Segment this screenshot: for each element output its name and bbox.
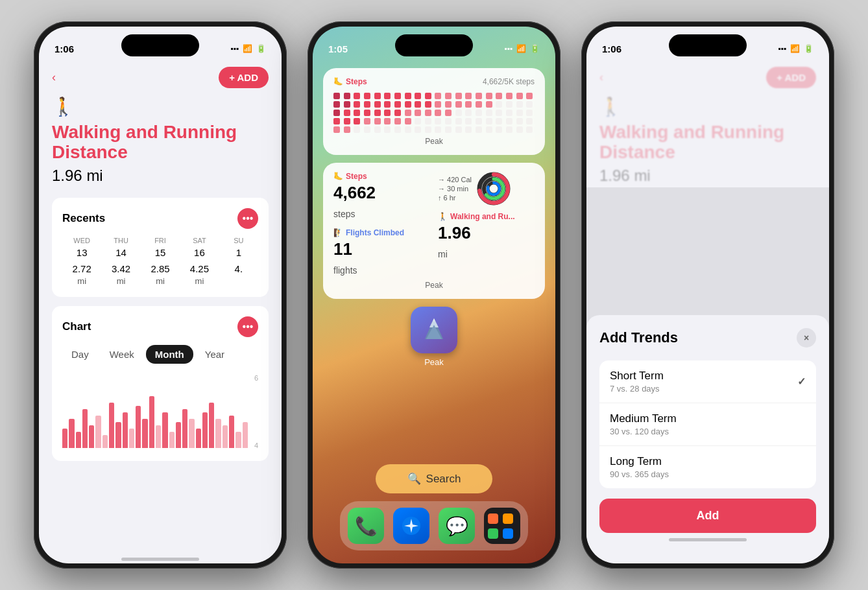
dot	[394, 126, 401, 133]
battery-icon-3: 🔋	[804, 44, 814, 53]
dot	[344, 110, 350, 116]
dot	[465, 93, 472, 99]
dot	[496, 101, 502, 108]
status-icons-3: ▪▪▪ 📶 🔋	[778, 44, 814, 53]
dot	[496, 93, 502, 99]
dot	[455, 93, 462, 99]
split-left: 🦶 Steps 4,662 steps 🧗	[333, 172, 430, 277]
modal-close-button[interactable]: ×	[797, 328, 816, 348]
medium-term-option: Medium Term 30 vs. 120 days	[610, 412, 677, 436]
health-nav-1: ‹ + ADD	[39, 62, 282, 96]
dot	[415, 118, 421, 124]
dot	[455, 110, 462, 116]
apps-icon[interactable]	[484, 508, 520, 544]
bar-17	[176, 422, 181, 448]
dynamic-island-3	[669, 34, 747, 56]
tab-month[interactable]: Month	[146, 345, 193, 364]
recents-dist-3: 4.25mi	[180, 263, 219, 287]
search-pill[interactable]: 🔍 Search	[376, 464, 492, 493]
split-steps-icon: 🦶	[333, 172, 343, 181]
bar-chart	[62, 373, 258, 451]
modal-option-medium[interactable]: Medium Term 30 vs. 120 days	[599, 403, 816, 446]
dot	[344, 101, 350, 108]
add-trends-modal: Add Trends × Short Term 7 vs. 28 days ✓	[586, 315, 829, 563]
dot	[405, 110, 411, 116]
health-value-1: 1.96 mi	[52, 167, 269, 185]
dot	[374, 93, 381, 99]
dot	[435, 110, 441, 116]
modal-option-long[interactable]: Long Term 90 vs. 365 days	[599, 446, 816, 488]
add-button-3[interactable]: + ADD	[766, 67, 816, 88]
recents-day-2: FRI	[141, 237, 180, 244]
split-flights-icon: 🧗	[333, 228, 343, 237]
app-grid-1	[488, 513, 498, 524]
bar-19	[189, 419, 194, 448]
tab-week[interactable]: Week	[101, 345, 143, 364]
dot	[435, 126, 441, 133]
modal-option-short[interactable]: Short Term 7 vs. 28 days ✓	[599, 360, 816, 403]
walking-value: 1.96 mi	[438, 224, 535, 261]
recents-date-1: 14	[101, 247, 140, 258]
bar-9	[123, 412, 128, 448]
chart-tabs: Day Week Month Year	[62, 345, 258, 364]
lock-status-time: 1:05	[328, 43, 348, 54]
dock: 📞 💬	[340, 501, 528, 550]
split-flights-label: 🧗 Flights Climbed	[333, 228, 430, 237]
split-widget: 🦶 Steps 4,662 steps 🧗	[323, 163, 545, 299]
messages-app-icon[interactable]: 💬	[439, 508, 475, 544]
steps-widget: 🦶 Steps 4,662/5K steps	[323, 68, 545, 155]
dot	[445, 101, 452, 108]
safari-app-icon[interactable]	[393, 508, 429, 544]
dot	[384, 101, 391, 108]
bar-8	[115, 422, 121, 448]
split-right: → 420 Cal → 30 min ↑ 6 hr	[438, 172, 535, 277]
dot	[384, 110, 391, 116]
modal-add-button[interactable]: Add	[599, 499, 816, 533]
phone-app-icon[interactable]: 📞	[348, 508, 384, 544]
tab-day[interactable]: Day	[62, 345, 98, 364]
dot	[435, 101, 441, 108]
modal-title: Add Trends	[599, 329, 678, 346]
dot	[394, 101, 401, 108]
recents-more-button[interactable]: •••	[237, 208, 258, 229]
dot	[445, 93, 452, 99]
dot	[465, 110, 472, 116]
recents-col-2: FRI 15 2.85mi	[141, 237, 180, 287]
peak-app-label: Peak	[424, 357, 444, 367]
split-widget-label: Peak	[333, 281, 535, 290]
recents-day-1: THU	[101, 237, 140, 244]
dot	[526, 101, 533, 108]
dot	[486, 101, 492, 108]
bar-13	[149, 396, 154, 448]
dot	[476, 93, 482, 99]
split-flights-value: 11 flights	[333, 240, 430, 277]
dot	[364, 126, 370, 133]
recents-card: Recents ••• WED 13 2.72mi THU 14 3.42mi	[52, 198, 269, 297]
dot	[384, 126, 391, 133]
chart-more-button[interactable]: •••	[237, 316, 258, 337]
dot	[425, 93, 431, 99]
bar-25	[229, 416, 234, 448]
dot	[516, 118, 523, 124]
dot	[506, 101, 512, 108]
dot	[405, 118, 411, 124]
activity-ring	[477, 172, 511, 206]
tab-year[interactable]: Year	[196, 345, 234, 364]
home-indicator-1	[121, 558, 199, 561]
health-nav-3: ‹ + ADD	[586, 62, 829, 96]
add-button-1[interactable]: + ADD	[219, 67, 269, 88]
back-button-3[interactable]: ‹	[599, 71, 603, 84]
activity-icon-1: 🚶	[52, 96, 269, 117]
phone-2: 1:05 ▪▪▪ 📶 🔋 🦶 Steps 4,662/5K steps	[307, 21, 561, 569]
medium-term-title: Medium Term	[610, 412, 677, 425]
bar-26	[235, 432, 241, 448]
safari-icon	[402, 516, 421, 536]
back-button-1[interactable]: ‹	[52, 71, 56, 84]
long-term-option: Long Term 90 vs. 365 days	[610, 455, 669, 479]
bar-0	[62, 429, 67, 448]
dot	[486, 93, 492, 99]
walking-icon: 🚶	[438, 212, 448, 221]
peak-app-icon[interactable]	[411, 307, 457, 353]
dot	[384, 118, 391, 124]
dot	[506, 110, 512, 116]
